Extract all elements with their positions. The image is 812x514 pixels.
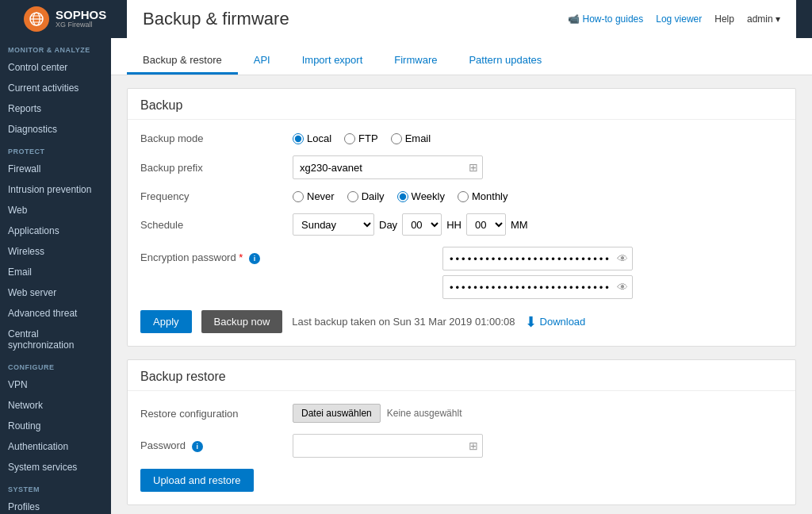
radio-email-input[interactable] <box>391 133 402 144</box>
schedule-day-select[interactable]: Sunday Monday Tuesday Wednesday Thursday… <box>293 213 374 236</box>
upload-restore-row: Upload and restore <box>140 469 783 492</box>
sidebar-item-control-center[interactable]: Control center <box>0 57 111 78</box>
restore-config-row: Restore configuration Datei auswählen Ke… <box>140 404 783 423</box>
sidebar-item-current-activities[interactable]: Current activities <box>0 78 111 98</box>
radio-never-label: Never <box>307 190 335 202</box>
sidebar-item-system-services[interactable]: System services <box>0 457 111 478</box>
schedule-controls: Sunday Monday Tuesday Wednesday Thursday… <box>293 213 783 236</box>
password-field-2[interactable] <box>442 275 633 299</box>
schedule-day-num-select[interactable]: 00 <box>402 213 442 236</box>
how-to-guides-link[interactable]: 📹 How-to guides <box>568 13 643 25</box>
backup-now-button[interactable]: Backup now <box>201 310 283 333</box>
sidebar-section-system: SYSTEM Profiles Hosts and services Admin… <box>0 478 111 514</box>
tab-api[interactable]: API <box>238 48 286 75</box>
globe-icon <box>29 12 44 26</box>
page-header-bar: Backup & restore API Import export Firmw… <box>111 38 812 75</box>
radio-weekly-label: Weekly <box>412 190 445 202</box>
sidebar-item-firewall[interactable]: Firewall <box>0 159 111 179</box>
help-link[interactable]: Help <box>714 13 734 25</box>
page-title: Backup & firmware <box>143 9 289 29</box>
choose-file-button[interactable]: Datei auswählen <box>293 404 381 423</box>
backup-restore-body: Restore configuration Datei auswählen Ke… <box>128 391 795 504</box>
frequency-label: Frequency <box>140 190 283 202</box>
sidebar-item-central-sync[interactable]: Central synchronization <box>0 324 111 355</box>
schedule-hh-select[interactable]: 00 <box>466 213 506 236</box>
restore-password-row: Password i ⊞ <box>140 434 783 458</box>
tab-backup-restore[interactable]: Backup & restore <box>127 48 238 75</box>
password-toggle-icon-2[interactable]: 👁 <box>617 281 628 293</box>
tab-import-export[interactable]: Import export <box>286 48 379 75</box>
encryption-password-controls: 👁 👁 <box>293 247 783 299</box>
sidebar-item-web[interactable]: Web <box>0 200 111 221</box>
apply-button[interactable]: Apply <box>140 310 192 333</box>
radio-monthly-input[interactable] <box>458 191 469 202</box>
restore-config-controls: Datei auswählen Keine ausgewählt <box>293 404 783 423</box>
sidebar-item-email[interactable]: Email <box>0 262 111 282</box>
radio-ftp[interactable]: FTP <box>344 132 378 144</box>
sidebar-item-network[interactable]: Network <box>0 395 111 416</box>
frequency-row: Frequency Never Daily <box>140 190 783 202</box>
sidebar-section-label-system: SYSTEM <box>0 478 111 497</box>
restore-password-input[interactable] <box>293 434 483 458</box>
sidebar: MONITOR & ANALYZE Control center Current… <box>0 38 111 514</box>
log-viewer-link[interactable]: Log viewer <box>656 13 702 25</box>
hh-label: HH <box>446 219 462 231</box>
sidebar-item-applications[interactable]: Applications <box>0 221 111 241</box>
backup-prefix-input[interactable] <box>293 155 483 179</box>
main-content: Backup Backup mode Local <box>111 75 812 514</box>
radio-monthly[interactable]: Monthly <box>458 190 508 202</box>
encryption-password-row: Encryption password * i 👁 👁 <box>140 247 783 299</box>
last-backup-status: Last backup taken on Sun 31 Mar 2019 01:… <box>292 316 515 328</box>
radio-daily-label: Daily <box>362 190 385 202</box>
file-none-label: Keine ausgewählt <box>387 408 462 419</box>
content-area: Backup & restore API Import export Firmw… <box>111 38 812 514</box>
tab-pattern-updates[interactable]: Pattern updates <box>453 48 557 75</box>
restore-password-icon: ⊞ <box>469 439 478 452</box>
password-toggle-icon-1[interactable]: 👁 <box>617 252 628 265</box>
radio-daily-input[interactable] <box>347 191 358 202</box>
sidebar-item-diagnostics[interactable]: Diagnostics <box>0 119 111 140</box>
backup-actions-row: Apply Backup now Last backup taken on Su… <box>140 310 783 333</box>
encryption-info-icon[interactable]: i <box>249 253 260 264</box>
password-field-1[interactable] <box>442 247 633 270</box>
radio-weekly-input[interactable] <box>397 191 408 202</box>
radio-weekly[interactable]: Weekly <box>397 190 445 202</box>
upload-restore-button[interactable]: Upload and restore <box>140 469 254 492</box>
radio-ftp-input[interactable] <box>344 133 355 144</box>
sophos-logo-icon <box>24 6 49 32</box>
copy-icon: ⊞ <box>469 161 478 174</box>
schedule-row: Schedule Sunday Monday Tuesday Wednesday… <box>140 213 783 236</box>
backup-restore-section: Backup restore Restore configuration Dat… <box>127 359 796 505</box>
radio-never[interactable]: Never <box>293 190 335 202</box>
restore-password-wrapper: ⊞ <box>293 434 483 458</box>
sidebar-item-web-server[interactable]: Web server <box>0 282 111 303</box>
sidebar-item-routing[interactable]: Routing <box>0 416 111 436</box>
password-field-2-wrapper: 👁 <box>442 275 633 299</box>
sidebar-item-authentication[interactable]: Authentication <box>0 436 111 457</box>
sidebar-section-protect: PROTECT Firewall Intrusion prevention We… <box>0 140 111 355</box>
download-link[interactable]: ⬇ Download <box>525 313 586 331</box>
radio-never-input[interactable] <box>293 191 304 202</box>
sidebar-item-profiles[interactable]: Profiles <box>0 497 111 514</box>
restore-password-controls: ⊞ <box>293 434 783 458</box>
radio-local[interactable]: Local <box>293 132 331 144</box>
radio-email-label: Email <box>405 132 431 144</box>
required-indicator: * <box>239 251 243 263</box>
radio-email[interactable]: Email <box>391 132 431 144</box>
download-icon: ⬇ <box>525 313 537 331</box>
sidebar-item-vpn[interactable]: VPN <box>0 374 111 395</box>
sidebar-item-advanced-threat[interactable]: Advanced threat <box>0 303 111 324</box>
sidebar-item-reports[interactable]: Reports <box>0 98 111 119</box>
radio-daily[interactable]: Daily <box>347 190 385 202</box>
download-label: Download <box>540 316 586 328</box>
restore-password-info-icon[interactable]: i <box>192 441 203 452</box>
radio-local-input[interactable] <box>293 133 304 144</box>
backup-mode-row: Backup mode Local FTP <box>140 132 783 144</box>
sidebar-item-intrusion-prevention[interactable]: Intrusion prevention <box>0 179 111 200</box>
tab-firmware[interactable]: Firmware <box>378 48 453 75</box>
radio-ftp-label: FTP <box>358 132 378 144</box>
backup-prefix-input-wrapper: ⊞ <box>293 155 483 179</box>
sidebar-item-wireless[interactable]: Wireless <box>0 241 111 262</box>
day-label: Day <box>379 219 397 231</box>
admin-menu[interactable]: admin ▾ <box>747 13 780 25</box>
